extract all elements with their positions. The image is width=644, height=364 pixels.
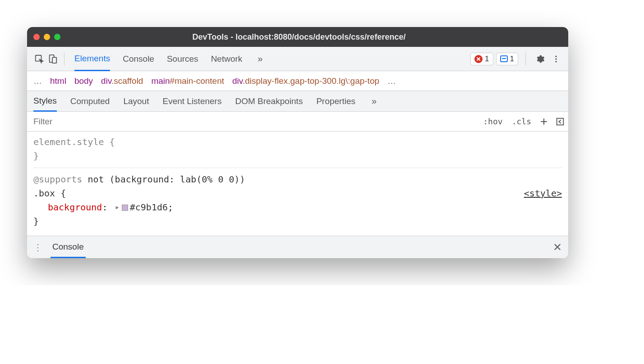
rule-close: } [33, 214, 562, 228]
selector-text: element.style { [33, 135, 562, 149]
breadcrumb-item[interactable]: main#main-content [151, 76, 224, 86]
tab-network[interactable]: Network [211, 47, 243, 71]
cls-toggle[interactable]: .cls [507, 117, 536, 126]
breadcrumb-item[interactable]: html [50, 76, 66, 86]
tab-event-listeners[interactable]: Event Listeners [162, 91, 221, 111]
filter-input[interactable] [27, 112, 478, 131]
new-style-rule-icon[interactable] [536, 114, 552, 130]
more-tabs-icon[interactable]: » [255, 54, 265, 64]
main-toolbar: Elements Console Sources Network » 1 1 [27, 47, 568, 71]
messages-badge[interactable]: 1 [496, 53, 518, 65]
at-rule-line: @supports not (background: lab(0% 0 0)) [33, 173, 562, 187]
device-toolbar-icon[interactable] [46, 52, 60, 66]
toggle-rendering-icon[interactable] [552, 114, 568, 130]
more-options-icon[interactable] [549, 52, 563, 66]
rule-close: } [33, 149, 562, 163]
svg-rect-2 [52, 57, 56, 63]
maximize-window-icon[interactable] [54, 34, 60, 40]
tab-elements[interactable]: Elements [74, 47, 110, 71]
error-icon [474, 55, 483, 63]
more-subtabs-icon[interactable]: » [369, 96, 379, 106]
tab-computed[interactable]: Computed [70, 91, 110, 111]
color-swatch-icon[interactable] [122, 205, 128, 211]
element-style-rule[interactable]: element.style { } [33, 135, 562, 163]
css-declaration[interactable]: background: ▶#c9b1d6; [33, 200, 562, 214]
source-link[interactable]: <style> [524, 187, 562, 200]
titlebar: DevTools - localhost:8080/docs/devtools/… [27, 27, 568, 47]
settings-icon[interactable] [533, 52, 547, 66]
divider [64, 53, 64, 65]
toolbar-right: 1 1 [470, 52, 563, 66]
messages-count: 1 [510, 55, 514, 64]
breadcrumb-ellipsis-left[interactable]: … [33, 76, 42, 86]
svg-point-3 [555, 55, 557, 57]
close-drawer-icon[interactable]: ✕ [553, 241, 562, 254]
message-icon [500, 55, 508, 62]
panel-tabs: Elements Console Sources Network » [69, 47, 470, 71]
tab-console[interactable]: Console [123, 47, 154, 71]
svg-rect-6 [557, 118, 564, 125]
divider [525, 53, 526, 65]
inspect-element-icon[interactable] [32, 52, 46, 66]
tab-properties[interactable]: Properties [316, 91, 355, 111]
styles-pane: element.style { } @supports not (backgro… [27, 132, 568, 236]
selector-line: <style> .box { [33, 187, 562, 200]
tab-sources[interactable]: Sources [167, 47, 198, 71]
breadcrumb-item[interactable]: div.scaffold [101, 76, 143, 86]
hov-toggle[interactable]: :hov [478, 117, 507, 126]
drawer-menu-icon[interactable]: ⋮ [33, 242, 42, 253]
property-name: background [48, 202, 102, 213]
minimize-window-icon[interactable] [44, 34, 50, 40]
property-value: #c9b1d6 [130, 202, 168, 213]
svg-point-4 [555, 58, 557, 59]
svg-point-5 [555, 61, 557, 62]
tab-styles[interactable]: Styles [33, 91, 57, 112]
filter-row: :hov .cls [27, 112, 568, 132]
tab-dom-breakpoints[interactable]: DOM Breakpoints [235, 91, 303, 111]
tab-layout[interactable]: Layout [123, 91, 149, 111]
traffic-lights [33, 34, 60, 40]
expand-icon[interactable]: ▶ [116, 203, 119, 212]
sidebar-tabs: Styles Computed Layout Event Listeners D… [27, 91, 568, 112]
breadcrumb-ellipsis-right[interactable]: … [387, 76, 396, 86]
devtools-window: DevTools - localhost:8080/docs/devtools/… [27, 27, 568, 258]
window-title: DevTools - localhost:8080/docs/devtools/… [60, 32, 538, 42]
errors-badge[interactable]: 1 [470, 53, 493, 65]
drawer-tab-console[interactable]: Console [51, 237, 86, 258]
close-window-icon[interactable] [33, 34, 40, 40]
breadcrumb-item[interactable]: div.display-flex.gap-top-300.lg\:gap-top [232, 76, 379, 86]
errors-count: 1 [485, 55, 489, 64]
breadcrumb-item[interactable]: body [74, 76, 93, 86]
rule-separator [33, 168, 562, 168]
drawer: ⋮ Console ✕ [27, 236, 568, 258]
css-rule[interactable]: @supports not (background: lab(0% 0 0)) … [33, 173, 562, 228]
breadcrumb: … html body div.scaffold main#main-conte… [27, 71, 568, 91]
